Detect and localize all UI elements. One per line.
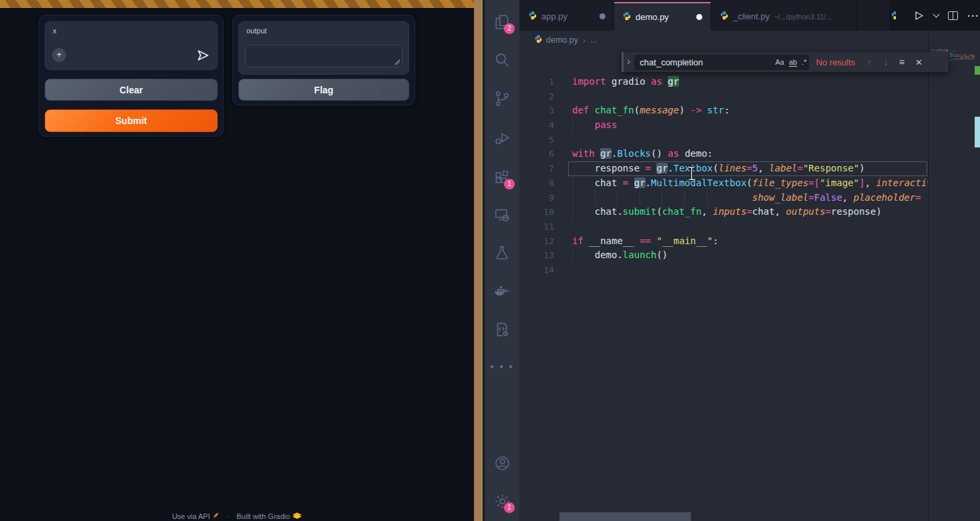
activity-bar: 2 1 <box>485 0 519 521</box>
built-with-gradio-link[interactable]: Built with Gradio <box>236 512 290 520</box>
code-line[interactable]: 14 <box>519 263 928 278</box>
line-number: 13 <box>519 248 554 263</box>
code-line[interactable]: 5 <box>519 133 928 147</box>
sidebar-item-search[interactable] <box>485 47 519 73</box>
use-via-api-link[interactable]: Use via API <box>172 512 210 520</box>
sidebar-item-run-debug[interactable] <box>485 125 519 151</box>
python-file-icon <box>528 11 537 23</box>
line-number: 4 <box>519 118 554 133</box>
modified-dot-icon[interactable] <box>696 14 702 20</box>
rocket-icon <box>212 512 219 520</box>
run-dropdown-chevron-icon[interactable] <box>934 14 939 17</box>
flag-button[interactable]: Flag <box>238 79 409 101</box>
regex-toggle[interactable]: .* <box>802 58 806 66</box>
breadcrumb[interactable]: demo.py › ... <box>519 31 980 49</box>
toggle-replace-chevron-icon[interactable]: › <box>627 55 630 67</box>
ruler-mark-cyan <box>975 117 980 147</box>
split-editor-button[interactable] <box>948 11 958 20</box>
attach-file-button[interactable]: + <box>52 48 66 62</box>
code-line[interactable]: 4 pass <box>519 118 928 133</box>
line-number: 9 <box>519 191 554 205</box>
settings-badge: 1 <box>504 502 515 513</box>
gradio-logo <box>292 512 302 520</box>
line-number: 14 <box>519 263 554 278</box>
sidebar-item-settings[interactable]: 1 <box>485 488 519 514</box>
breadcrumb-ellipsis[interactable]: ... <box>590 35 597 45</box>
tab-label: demo.py <box>636 12 669 22</box>
sidebar-item-testing[interactable] <box>485 239 519 266</box>
input-label: x <box>53 27 57 35</box>
output-textarea[interactable] <box>245 45 403 67</box>
gradio-loading-bar <box>0 0 474 9</box>
sidebar-item-more-views[interactable]: • • • <box>485 354 519 380</box>
python-file-icon <box>622 11 632 23</box>
find-resize-sash[interactable] <box>622 52 624 72</box>
sidebar-item-source-control[interactable] <box>485 85 519 112</box>
line-number: 3 <box>519 103 554 118</box>
multimodal-input-box[interactable]: x + <box>45 21 218 70</box>
gradio-app-pane: x + Clear Submit output Flag Use via API… <box>0 0 474 521</box>
run-button[interactable] <box>913 10 925 21</box>
line-number: 8 <box>519 176 554 191</box>
code-line[interactable]: 12if __name__ == "__main__": <box>519 234 928 249</box>
send-icon[interactable] <box>196 48 210 63</box>
ruler-mark-green <box>975 66 980 75</box>
resize-handle-icon[interactable] <box>395 59 400 65</box>
code-line[interactable]: 9 show_label=False, placeholder= <box>519 191 928 205</box>
tab-app-py[interactable]: app.py <box>520 2 614 31</box>
find-input-box: Aa ab .* <box>634 55 809 70</box>
next-match-button[interactable]: ↓ <box>884 57 889 67</box>
line-number: 5 <box>519 133 554 147</box>
breadcrumb-separator: › <box>583 35 585 45</box>
explorer-badge: 2 <box>504 23 515 34</box>
horizontal-scrollbar[interactable] <box>559 512 691 521</box>
sidebar-item-explorer[interactable]: 2 <box>485 9 519 35</box>
output-box: output <box>238 21 409 75</box>
find-input[interactable] <box>640 57 770 67</box>
find-widget: › Aa ab .* No results ↑ ↓ ≡ ✕ <box>621 52 949 73</box>
sidebar-item-task-file[interactable] <box>485 316 519 343</box>
python-file-icon <box>720 11 729 23</box>
code-line[interactable]: 8 chat = gr.MultimodalTextbox(file_types… <box>519 176 928 191</box>
code-line[interactable]: 3def chat_fn(message) -> str: <box>519 103 928 118</box>
desktop-wallpaper-strip <box>474 0 483 521</box>
whole-word-toggle[interactable]: ab <box>789 58 797 67</box>
gradio-output-card: output Flag <box>232 15 415 105</box>
clear-button[interactable]: Clear <box>45 79 218 101</box>
sidebar-item-remote-explorer[interactable] <box>485 201 519 228</box>
code-line[interactable]: 7 response = gr.Textbox(lines=5, label="… <box>519 161 928 176</box>
editor-area: app.py demo.py _client.py ~/.../python3.… <box>519 0 980 521</box>
output-label: output <box>246 27 267 35</box>
code-editor[interactable]: 1import gradio as gr23def chat_fn(messag… <box>519 49 928 521</box>
tab-demo-py[interactable]: demo.py <box>614 2 711 31</box>
sidebar-item-extensions[interactable]: 1 <box>485 164 519 191</box>
close-find-button[interactable]: ✕ <box>915 57 923 67</box>
tab-label: _client.py <box>733 11 770 21</box>
overview-ruler[interactable] <box>975 0 980 521</box>
line-number: 10 <box>519 205 554 219</box>
code-line[interactable]: 13 demo.launch() <box>519 248 928 263</box>
submit-button[interactable]: Submit <box>45 109 218 132</box>
tab-client-py[interactable]: _client.py ~/.../python3.11/... <box>712 2 857 31</box>
gradio-input-card: x + Clear Submit <box>39 15 224 137</box>
modified-dot-icon[interactable] <box>599 13 605 19</box>
sidebar-item-docker[interactable] <box>485 278 519 305</box>
match-case-toggle[interactable]: Aa <box>775 58 784 66</box>
code-line[interactable]: 1import gradio as gr <box>519 75 928 89</box>
code-line[interactable]: 11 <box>519 219 928 234</box>
screen: x + Clear Submit output Flag Use via API… <box>0 0 980 521</box>
line-number: 7 <box>519 161 554 176</box>
code-lines: 1import gradio as gr23def chat_fn(messag… <box>519 75 928 278</box>
vscode-window: 2 1 <box>483 0 980 521</box>
minimap[interactable]: import gradio as grdef chat_fn(message) … <box>928 31 975 521</box>
find-in-selection-button[interactable]: ≡ <box>899 57 905 67</box>
line-number: 1 <box>519 75 554 89</box>
sidebar-item-accounts[interactable] <box>485 450 519 476</box>
tab-label: app.py <box>541 11 567 21</box>
code-line[interactable]: 6with gr.Blocks() as demo: <box>519 147 928 161</box>
previous-match-button[interactable]: ↑ <box>867 57 872 67</box>
code-line[interactable]: 10 chat.submit(chat_fn, inputs=chat, out… <box>519 205 928 219</box>
breadcrumb-file[interactable]: demo.py <box>546 35 578 45</box>
find-status: No results <box>816 57 855 67</box>
code-line[interactable]: 2 <box>519 89 928 104</box>
